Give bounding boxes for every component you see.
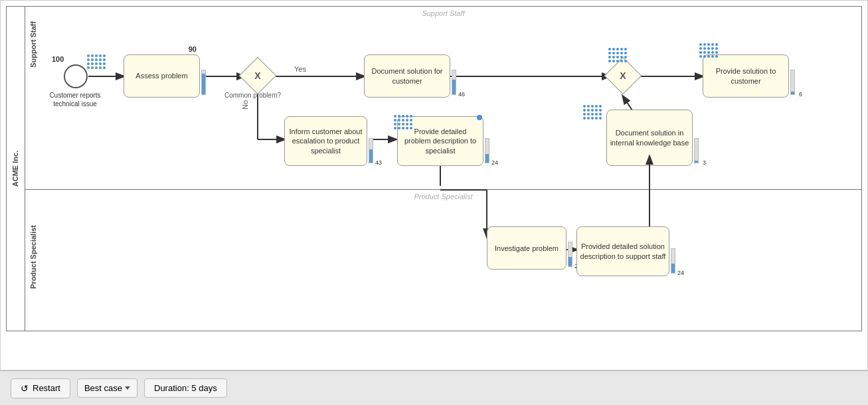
task-provide-bar [790, 70, 795, 95]
task-doc-internal-box: Document solution in internal knowledge … [606, 110, 693, 166]
task-provide-count: 6 [799, 91, 802, 98]
best-case-label: Best case [84, 383, 122, 393]
task-pds-bar-fill [671, 264, 675, 273]
task-provided-detailed[interactable]: Provided detailed solution description t… [576, 226, 669, 276]
task-inv-bar [568, 242, 572, 267]
pool: ACME Inc. Support Staff [6, 6, 862, 331]
task-pd-bar-fill [485, 154, 489, 163]
duration-label: Duration: 5 days [154, 383, 217, 393]
toolbar: ↺ Restart Best case Duration: 5 days [0, 370, 868, 405]
gateway2-x: X [620, 70, 626, 81]
task-inform-box: Inform customer about escalation to prod… [284, 116, 367, 166]
task-document-solution-box: Document solution for customer [364, 54, 450, 98]
swimlane-product-specialist: Product Specialist [25, 190, 861, 331]
swimlane-label-product: Product Specialist [414, 193, 472, 201]
blue-dot-provide-detailed [477, 115, 482, 120]
restart-icon: ↺ [21, 383, 29, 394]
task-di-count: 3 [703, 159, 706, 166]
task-provide-solution-box: Provide solution to customer [703, 54, 789, 98]
best-case-dropdown[interactable]: Best case [77, 378, 137, 398]
svg-text:No: No [241, 100, 249, 110]
task-assess-bar-fill [202, 74, 205, 94]
gateway1-x: X [254, 70, 260, 81]
restart-label: Restart [33, 383, 60, 393]
task-provide-bar-fill [791, 92, 794, 94]
task-assess-count: 90 [189, 45, 197, 53]
start-event-label: Customer reports technical issue [45, 91, 105, 108]
gateway1-label: Common problem? [224, 92, 281, 99]
task-document-internal[interactable]: Document solution in internal knowledge … [606, 110, 693, 166]
task-doc-count: 46 [458, 91, 465, 98]
task-investigate[interactable]: Investigate problem 24 [487, 226, 566, 270]
diagram-area: ACME Inc. Support Staff [0, 0, 868, 370]
task-assess[interactable]: Assess problem 90 [124, 54, 200, 98]
task-document-solution[interactable]: Document solution for customer 46 [364, 54, 450, 98]
task-doc-bar-fill [452, 80, 456, 94]
task-di-bar [694, 138, 699, 163]
task-provided-detailed-box: Provided detailed solution description t… [576, 226, 669, 276]
duration-button[interactable]: Duration: 5 days [144, 378, 227, 398]
swimlane-support-staff: Support Staff [25, 7, 861, 190]
swimlanes-container: Support Staff [25, 7, 861, 331]
task-pds-count: 24 [677, 270, 684, 276]
start-event: 100 Customer reports technical issue [64, 64, 88, 88]
start-event-count: 100 [52, 55, 64, 63]
restart-button[interactable]: ↺ Restart [11, 378, 70, 398]
main-container: ACME Inc. Support Staff [0, 0, 868, 405]
gateway2: X [610, 62, 636, 89]
task-provide-solution[interactable]: Provide solution to customer 6 [703, 54, 789, 98]
task-inv-bar-fill [568, 257, 572, 266]
task-assess-box: Assess problem [124, 54, 200, 98]
task-di-bar-fill [695, 161, 698, 163]
task-inform-count: 43 [375, 159, 382, 166]
arrows-svg-product [25, 190, 861, 331]
task-inform[interactable]: Inform customer about escalation to prod… [284, 116, 367, 166]
task-doc-bar [452, 70, 456, 95]
chevron-down-icon [125, 386, 130, 390]
task-pds-bar [671, 248, 675, 274]
gateway1-diamond: X [239, 57, 277, 95]
gateway1: X Common problem? [244, 62, 271, 89]
task-investigate-box: Investigate problem [487, 226, 566, 270]
task-pd-count: 24 [491, 159, 498, 166]
svg-text:Yes: Yes [294, 65, 306, 73]
task-pd-bar [485, 138, 489, 163]
task-inform-bar [369, 138, 373, 163]
task-inform-bar-fill [369, 149, 373, 163]
swimlane-label-support: Support Staff [422, 9, 464, 17]
pool-label: ACME Inc. [7, 7, 25, 331]
task-assess-bar [201, 70, 206, 95]
start-event-circle [64, 64, 88, 88]
